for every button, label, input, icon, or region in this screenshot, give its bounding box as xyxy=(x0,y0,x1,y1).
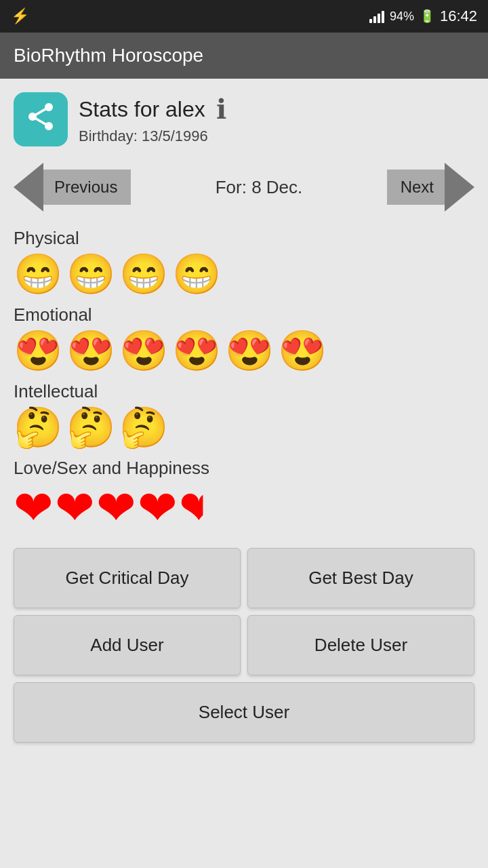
add-user-button[interactable]: Add User xyxy=(14,615,241,675)
app-bar: BioRhythm Horoscope xyxy=(0,33,488,79)
heart-1: ❤ xyxy=(14,484,54,532)
current-date: For: 8 Dec. xyxy=(216,177,303,198)
signal-bar-2 xyxy=(373,16,376,23)
physical-emoji-4: 😁 xyxy=(172,254,221,294)
get-best-day-button[interactable]: Get Best Day xyxy=(247,548,474,608)
status-bar: ⚡ 94% 🔋 16:42 xyxy=(0,0,488,33)
previous-label[interactable]: Previous xyxy=(43,170,131,205)
previous-button[interactable]: Previous xyxy=(14,163,131,212)
stats-info: Stats for alex ℹ Birthday: 13/5/1996 xyxy=(79,94,226,145)
next-label[interactable]: Next xyxy=(387,170,445,205)
physical-emoji-row: 😁 😁 😁 😁 xyxy=(14,254,474,294)
share-button[interactable] xyxy=(14,92,68,146)
battery-percent: 94% xyxy=(390,9,414,24)
heart-5: ❤ xyxy=(179,484,219,532)
signal-bar-1 xyxy=(369,19,372,23)
stats-header: Stats for alex ℹ Birthday: 13/5/1996 xyxy=(14,92,474,146)
birthday-label: Birthday: 13/5/1996 xyxy=(79,127,226,145)
physical-label: Physical xyxy=(14,228,474,249)
intellectual-emoji-row: 🤔 🤔 🤔 xyxy=(14,408,474,447)
love-section: Love/Sex and Happiness ❤ ❤ ❤ ❤ ❤ xyxy=(14,458,474,532)
battery-charging-icon: 🔋 xyxy=(420,9,434,24)
heart-4: ❤ xyxy=(138,484,178,532)
share-icon xyxy=(26,102,56,138)
select-user-button[interactable]: Select User xyxy=(14,682,474,743)
emotional-section: Emotional 😍 😍 😍 😍 😍 😍 xyxy=(14,304,474,370)
emotional-emoji-row: 😍 😍 😍 😍 😍 😍 xyxy=(14,331,474,370)
intellectual-label: Intellectual xyxy=(14,381,474,402)
emotional-label: Emotional xyxy=(14,304,474,326)
emotional-emoji-6: 😍 xyxy=(278,331,327,370)
physical-section: Physical 😁 😁 😁 😁 xyxy=(14,228,474,294)
signal-bars xyxy=(369,9,384,23)
left-arrow-icon xyxy=(14,163,43,212)
emotional-emoji-2: 😍 xyxy=(66,331,115,370)
svg-line-3 xyxy=(33,107,49,117)
emotional-emoji-4: 😍 xyxy=(172,331,221,370)
love-label: Love/Sex and Happiness xyxy=(14,458,474,479)
emotional-emoji-5: 😍 xyxy=(225,331,274,370)
intellectual-section: Intellectual 🤔 🤔 🤔 xyxy=(14,381,474,447)
buttons-section: Get Critical Day Get Best Day Add User D… xyxy=(14,548,474,743)
heart-2: ❤ xyxy=(55,484,95,532)
delete-user-button[interactable]: Delete User xyxy=(247,615,474,675)
middle-btn-row: Add User Delete User xyxy=(14,615,474,675)
right-arrow-icon xyxy=(445,163,474,212)
love-heart-row: ❤ ❤ ❤ ❤ ❤ xyxy=(14,484,474,532)
next-button[interactable]: Next xyxy=(387,163,474,212)
app-title: BioRhythm Horoscope xyxy=(14,45,203,66)
info-icon[interactable]: ℹ xyxy=(216,94,226,125)
usb-icon: ⚡ xyxy=(11,7,29,24)
emotional-emoji-1: 😍 xyxy=(14,331,62,370)
intellectual-emoji-2: 🤔 xyxy=(66,408,115,447)
signal-bar-4 xyxy=(382,11,384,23)
navigation-row: Previous For: 8 Dec. Next xyxy=(14,163,474,212)
heart-3: ❤ xyxy=(96,484,136,532)
status-icons: 94% 🔋 16:42 xyxy=(369,7,477,25)
physical-emoji-2: 😁 xyxy=(66,254,115,294)
physical-emoji-3: 😁 xyxy=(119,254,168,294)
signal-bar-3 xyxy=(378,14,380,23)
get-critical-day-button[interactable]: Get Critical Day xyxy=(14,548,241,608)
clock: 16:42 xyxy=(440,7,477,25)
stats-title: Stats for alex xyxy=(79,97,205,122)
svg-line-4 xyxy=(33,117,49,126)
top-btn-row: Get Critical Day Get Best Day xyxy=(14,548,474,608)
intellectual-emoji-3: 🤔 xyxy=(119,408,168,447)
physical-emoji-1: 😁 xyxy=(14,254,62,294)
intellectual-emoji-1: 🤔 xyxy=(14,408,62,447)
emotional-emoji-3: 😍 xyxy=(119,331,168,370)
main-content: Stats for alex ℹ Birthday: 13/5/1996 Pre… xyxy=(0,79,488,763)
